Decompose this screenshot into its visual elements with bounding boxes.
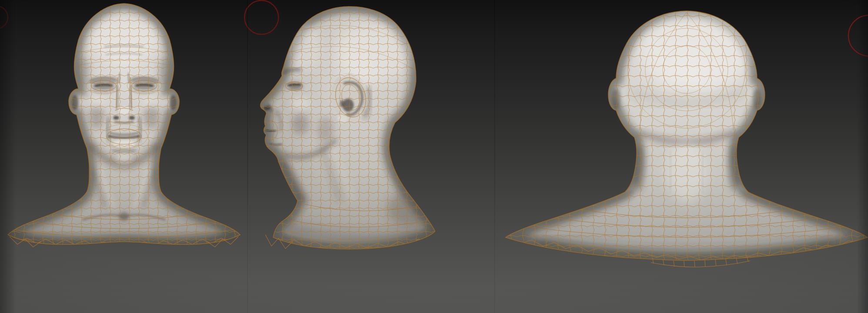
cursor-ring-center	[245, 0, 278, 34]
cursor-ring-right-edge	[848, 15, 868, 56]
side-view[interactable]	[248, 0, 494, 313]
back-view[interactable]	[494, 0, 868, 313]
side-wireframe	[248, 0, 494, 313]
cursor-ring-top-left	[0, 6, 8, 29]
back-wireframe	[494, 0, 868, 313]
front-view[interactable]	[0, 0, 248, 313]
sculpt-viewport	[0, 0, 868, 313]
sculpt-canvas[interactable]	[0, 0, 868, 313]
front-wireframe	[0, 0, 248, 313]
